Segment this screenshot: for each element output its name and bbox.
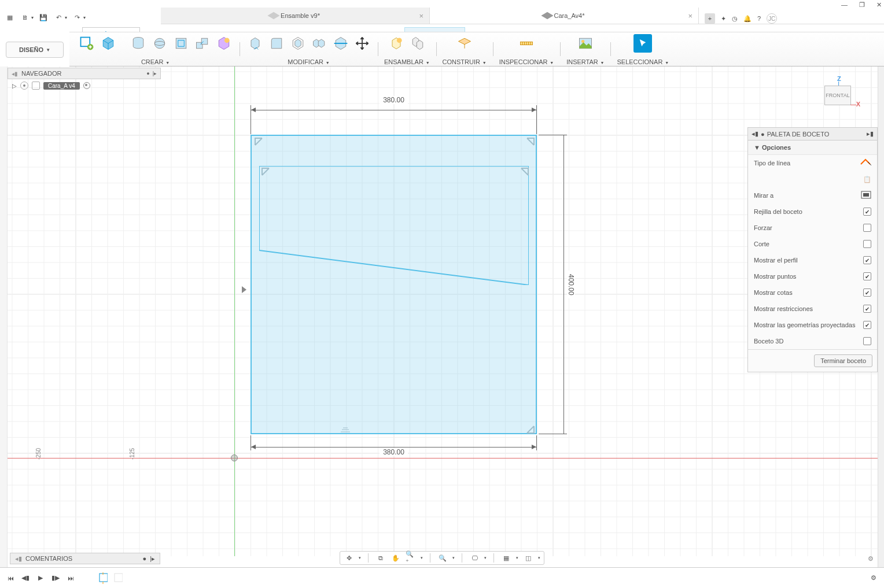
fit-icon[interactable]: ⧉ xyxy=(375,553,386,563)
timeline-last-icon[interactable]: ⏭ xyxy=(66,574,75,583)
panel-collapse-icon[interactable]: ● |▸ xyxy=(146,71,157,76)
new-component-button[interactable] xyxy=(387,34,406,53)
insert-button[interactable] xyxy=(576,34,595,53)
panel-pin-icon[interactable]: ▸▮ xyxy=(867,130,874,138)
dimension-top[interactable]: 380.00 xyxy=(251,98,537,113)
perpendicular-constraint-icon[interactable] xyxy=(520,167,529,176)
browser-header[interactable]: ◂▮ NAVEGADOR ● |▸ xyxy=(8,68,161,79)
panel-grip-icon[interactable]: ◂▮ xyxy=(12,71,18,77)
file-icon[interactable]: 🗎 xyxy=(20,12,30,23)
timeline-first-icon[interactable]: ⏮ xyxy=(6,574,15,583)
activate-component-icon[interactable] xyxy=(83,82,90,89)
origin-point[interactable] xyxy=(231,454,238,461)
sketch-quadrilateral[interactable] xyxy=(259,166,529,285)
joint-button[interactable] xyxy=(408,34,427,53)
checkbox[interactable] xyxy=(863,224,871,232)
combine-button[interactable] xyxy=(310,34,329,53)
grid-settings-icon[interactable]: ▦ xyxy=(501,553,511,563)
workspace-switcher[interactable]: DISEÑO ▼ xyxy=(6,42,64,58)
timeline-feature-sketch-icon[interactable] xyxy=(98,574,108,583)
zoom-window-icon[interactable]: 🔍⁺ xyxy=(406,553,416,563)
checkbox[interactable] xyxy=(863,337,871,345)
document-tab-ensamble[interactable]: Ensamble v9* × xyxy=(161,8,430,24)
viewcube-face[interactable]: FRONTAL xyxy=(824,86,851,105)
comments-panel-header[interactable]: ◂▮ COMENTARIOS ● |▸ xyxy=(10,553,160,564)
apps-grid-icon[interactable]: ▦ xyxy=(5,12,15,23)
new-body-button[interactable] xyxy=(99,34,117,53)
visibility-toggle-icon[interactable] xyxy=(20,82,28,90)
close-tab-icon[interactable]: × xyxy=(419,12,423,20)
dimension-right[interactable]: 400.00 xyxy=(560,135,575,434)
ribbon-group-label[interactable]: SELECCIONAR ▼ xyxy=(617,58,669,65)
viewcube[interactable]: Z FRONTAL X xyxy=(820,75,854,110)
redo-icon[interactable]: ↷ xyxy=(72,12,82,23)
shell-button[interactable] xyxy=(289,34,307,53)
select-button[interactable] xyxy=(633,34,652,53)
extensions-icon[interactable]: ✦ xyxy=(721,15,726,23)
timeline-next-icon[interactable]: ▮▶ xyxy=(51,574,60,583)
ribbon-group-label[interactable]: INSPECCIONAR ▼ xyxy=(499,58,554,65)
fillet-button[interactable] xyxy=(267,34,286,53)
horizontal-constraint-icon[interactable] xyxy=(340,427,351,433)
loft-button[interactable] xyxy=(193,34,212,53)
zoom-icon[interactable]: 🔍 xyxy=(437,553,448,563)
panel-grip-icon[interactable]: ◂▮ xyxy=(15,555,22,563)
measure-button[interactable] xyxy=(517,34,536,53)
press-pull-button[interactable] xyxy=(246,34,264,53)
finish-sketch-button[interactable]: Terminar boceto xyxy=(814,354,872,367)
palette-section-opciones[interactable]: ▼ Opciones xyxy=(748,140,877,155)
perpendicular-constraint-icon[interactable] xyxy=(254,137,263,146)
ribbon-group-label[interactable]: MODIFICAR ▼ xyxy=(288,58,329,65)
palette-header[interactable]: ◂▮ ● PALETA DE BOCETO ▸▮ xyxy=(748,128,877,140)
ribbon-group-label[interactable]: INSERTAR ▼ xyxy=(566,58,604,65)
save-icon[interactable]: 💾 xyxy=(38,12,49,23)
notifications-icon[interactable]: 🔔 xyxy=(743,15,752,23)
checkbox[interactable] xyxy=(863,272,871,280)
perpendicular-constraint-icon[interactable] xyxy=(261,167,270,176)
ribbon-group-label[interactable]: CREAR ▼ xyxy=(141,58,170,65)
timeline-feature-icon[interactable] xyxy=(113,574,123,583)
undo-icon[interactable]: ↶ xyxy=(53,12,64,23)
timeline-play-icon[interactable]: ▶ xyxy=(36,574,45,583)
pan-icon[interactable]: ✋ xyxy=(391,553,401,563)
new-tab-icon[interactable]: + xyxy=(705,13,715,24)
panel-grip-icon[interactable]: ◂▮ xyxy=(752,130,758,138)
browser-root-item[interactable]: ▷ Cara_A v4 xyxy=(8,79,161,92)
checkbox[interactable] xyxy=(863,240,871,248)
extrude-button[interactable] xyxy=(129,34,148,53)
clipboard-icon[interactable]: 📋 xyxy=(863,176,871,183)
viewport-layout-icon[interactable]: ◫ xyxy=(523,553,533,563)
look-at-icon[interactable] xyxy=(861,191,871,200)
perpendicular-constraint-icon[interactable] xyxy=(526,137,535,146)
checkbox[interactable] xyxy=(863,321,871,329)
rib-button[interactable] xyxy=(215,34,233,53)
perpendicular-constraint-icon[interactable] xyxy=(526,425,535,434)
orbit-icon[interactable]: ✥ xyxy=(344,553,354,563)
linetype-icon[interactable] xyxy=(860,158,871,168)
checkbox[interactable] xyxy=(863,305,871,313)
document-tab-cara[interactable]: Cara_Av4* × xyxy=(430,8,699,24)
construct-plane-button[interactable] xyxy=(455,34,474,53)
sweep-button[interactable] xyxy=(172,34,190,53)
job-status-icon[interactable]: ◷ xyxy=(732,15,738,23)
revolve-button[interactable] xyxy=(150,34,169,53)
expand-icon[interactable]: ▷ xyxy=(12,83,17,89)
ribbon-group-label[interactable]: CONSTRUIR ▼ xyxy=(443,58,487,65)
vertical-scrollbar[interactable] xyxy=(878,66,884,567)
new-sketch-button[interactable] xyxy=(78,34,96,53)
display-icon[interactable]: 🖵 xyxy=(469,553,480,563)
display-settings-icon[interactable]: ⚙ xyxy=(868,555,874,563)
ribbon-group-label[interactable]: ENSAMBLAR ▼ xyxy=(384,58,430,65)
panel-collapse-icon[interactable]: ● |▸ xyxy=(142,555,155,563)
close-tab-icon[interactable]: × xyxy=(688,12,693,20)
timeline-settings-icon[interactable]: ⚙ xyxy=(869,574,878,583)
checkbox[interactable] xyxy=(863,208,871,216)
dimension-bottom[interactable]: 380.00 xyxy=(251,443,537,458)
checkbox[interactable] xyxy=(863,256,871,264)
user-avatar[interactable]: JC xyxy=(767,13,777,24)
checkbox[interactable] xyxy=(863,289,871,297)
move-button[interactable] xyxy=(353,34,371,53)
split-button[interactable] xyxy=(332,34,350,53)
help-icon[interactable]: ? xyxy=(757,15,761,22)
timeline-prev-icon[interactable]: ◀▮ xyxy=(21,574,30,583)
